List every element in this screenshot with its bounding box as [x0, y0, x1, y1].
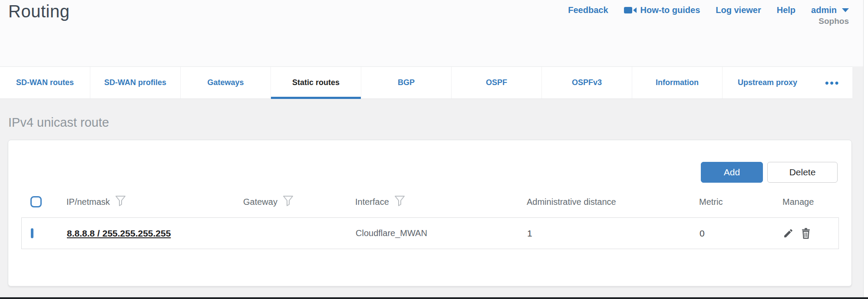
tab-label: Information — [656, 78, 699, 87]
filter-funnel-icon[interactable] — [283, 195, 294, 209]
interface-cell: Cloudflare_MWAN — [356, 228, 527, 238]
tab-ospf[interactable]: OSPF — [451, 67, 541, 99]
select-all-checkbox[interactable] — [30, 196, 42, 207]
column-header-gateway[interactable]: Gateway — [243, 195, 355, 209]
tab-information[interactable]: Information — [632, 67, 722, 99]
pencil-icon[interactable] — [783, 228, 794, 239]
help-link[interactable]: Help — [777, 5, 795, 15]
feedback-link[interactable]: Feedback — [568, 5, 608, 15]
column-header-ip[interactable]: IP/netmask — [66, 195, 243, 209]
chevron-down-icon — [842, 8, 849, 12]
video-camera-icon — [624, 6, 637, 15]
tab-label: Static routes — [292, 78, 340, 87]
tab-gateways[interactable]: Gateways — [180, 67, 271, 99]
filter-funnel-icon[interactable] — [115, 195, 126, 209]
row-checkbox[interactable] — [31, 228, 33, 238]
howto-guides-label: How-to guides — [640, 5, 700, 15]
page-header: Routing Feedback How-to guides Log viewe… — [0, 0, 868, 66]
tab-label: SD-WAN routes — [16, 78, 74, 87]
column-header-interface[interactable]: Interface — [355, 195, 527, 209]
log-viewer-link[interactable]: Log viewer — [716, 5, 761, 15]
log-viewer-label: Log viewer — [716, 5, 761, 15]
tab-static-routes[interactable]: Static routes — [271, 67, 361, 99]
ellipsis-icon: ••• — [825, 77, 840, 89]
route-link[interactable]: 8.8.8.8 / 255.255.255.255 — [67, 228, 171, 238]
tab-sdwan-profiles[interactable]: SD-WAN profiles — [90, 67, 180, 99]
table-toolbar: Add Delete — [701, 162, 838, 183]
tab-label: OSPF — [486, 78, 507, 87]
tab-label: SD-WAN profiles — [104, 78, 166, 87]
add-button[interactable]: Add — [701, 162, 763, 183]
tab-ospfv3[interactable]: OSPFv3 — [541, 67, 632, 99]
table-row: 8.8.8.8 / 255.255.255.255 Cloudflare_MWA… — [21, 217, 839, 249]
column-header-manage: Manage — [773, 197, 839, 207]
manage-cell — [773, 228, 838, 239]
tab-label: Gateways — [207, 78, 244, 87]
column-label: Metric — [699, 197, 723, 207]
vendor-label: Sophos — [818, 16, 849, 26]
table-header-row: IP/netmask Gateway Interface Administrat… — [21, 189, 839, 215]
page-title: Routing — [8, 2, 69, 21]
tabs-overflow-button[interactable]: ••• — [812, 67, 852, 99]
column-label: Administrative distance — [527, 197, 616, 207]
delete-button[interactable]: Delete — [767, 162, 838, 183]
header-checkbox-cell — [21, 196, 66, 207]
user-menu-label: admin — [811, 5, 837, 15]
tab-upstream-proxy[interactable]: Upstream proxy — [722, 67, 812, 99]
routes-card: Add Delete IP/netmask Gateway Interface … — [8, 140, 852, 286]
user-menu[interactable]: admin — [811, 5, 849, 15]
tab-label: BGP — [398, 78, 415, 87]
column-label: IP/netmask — [66, 197, 110, 207]
filter-funnel-icon[interactable] — [394, 195, 405, 209]
help-label: Help — [777, 5, 795, 15]
column-label: Gateway — [243, 197, 277, 207]
row-checkbox-cell — [22, 230, 67, 237]
window-bottom-edge — [0, 297, 868, 299]
column-header-metric: Metric — [699, 197, 773, 207]
feedback-label: Feedback — [568, 5, 608, 15]
trash-icon[interactable] — [801, 228, 811, 239]
top-nav: Feedback How-to guides Log viewer Help a… — [568, 5, 849, 15]
column-header-distance: Administrative distance — [527, 197, 699, 207]
ip-cell: 8.8.8.8 / 255.255.255.255 — [67, 228, 244, 239]
tab-sdwan-routes[interactable]: SD-WAN routes — [0, 67, 90, 99]
tab-bar: SD-WAN routes SD-WAN profiles Gateways S… — [0, 66, 852, 99]
distance-cell: 1 — [527, 228, 700, 239]
metric-cell: 0 — [700, 228, 773, 239]
tab-bgp[interactable]: BGP — [361, 67, 451, 99]
section-title: IPv4 unicast route — [8, 115, 109, 130]
tab-label: Upstream proxy — [738, 78, 797, 87]
tab-label: OSPFv3 — [572, 78, 602, 87]
howto-guides-link[interactable]: How-to guides — [624, 5, 700, 15]
scrollbar[interactable] — [863, 0, 868, 299]
column-label: Interface — [355, 197, 389, 207]
column-label: Manage — [782, 197, 814, 207]
